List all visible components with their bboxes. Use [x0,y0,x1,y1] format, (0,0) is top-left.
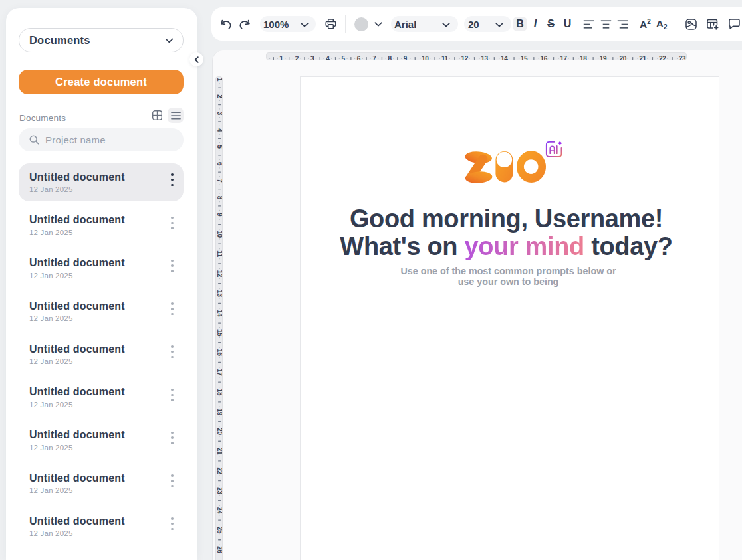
svg-text:14: 14 [216,310,222,317]
svg-text:18: 18 [216,389,222,396]
svg-text:16: 16 [540,55,547,60]
svg-text:10: 10 [421,55,428,60]
svg-text:20: 20 [619,55,626,60]
svg-text:8: 8 [216,196,222,200]
svg-text:15: 15 [216,329,222,337]
svg-text:1: 1 [216,78,222,82]
svg-text:11: 11 [216,250,222,258]
svg-text:26: 26 [216,546,222,553]
svg-text:3: 3 [216,112,222,116]
svg-text:8: 8 [388,55,392,60]
svg-text:9: 9 [403,55,407,60]
svg-text:3: 3 [310,55,314,60]
svg-text:14: 14 [500,55,507,60]
svg-text:9: 9 [216,213,222,217]
svg-text:25: 25 [216,527,222,534]
svg-text:7: 7 [216,179,222,183]
svg-text:21: 21 [639,55,646,60]
svg-text:2: 2 [295,55,299,60]
svg-text:22: 22 [659,55,666,60]
svg-text:5: 5 [216,145,222,149]
svg-text:12: 12 [216,270,222,278]
svg-text:13: 13 [481,55,488,60]
svg-text:19: 19 [216,408,222,415]
svg-text:2: 2 [216,94,222,98]
svg-text:6: 6 [216,162,222,166]
svg-text:10: 10 [216,231,222,238]
svg-text:12: 12 [461,55,468,60]
svg-text:1: 1 [279,55,283,60]
svg-text:4: 4 [216,128,222,132]
svg-text:19: 19 [599,55,606,60]
svg-text:6: 6 [356,55,360,60]
svg-text:22: 22 [216,468,222,475]
svg-text:21: 21 [216,448,222,455]
svg-text:18: 18 [579,55,586,60]
svg-text:23: 23 [216,487,222,494]
svg-text:23: 23 [678,55,685,60]
svg-text:4: 4 [326,55,330,60]
svg-text:17: 17 [216,369,222,376]
svg-text:11: 11 [441,55,448,60]
svg-text:16: 16 [216,349,222,356]
svg-text:5: 5 [341,55,345,60]
svg-text:7: 7 [372,55,376,60]
svg-text:17: 17 [560,55,567,60]
svg-text:13: 13 [216,290,222,297]
svg-text:24: 24 [216,507,222,514]
svg-text:20: 20 [216,428,222,435]
svg-text:15: 15 [520,55,527,60]
